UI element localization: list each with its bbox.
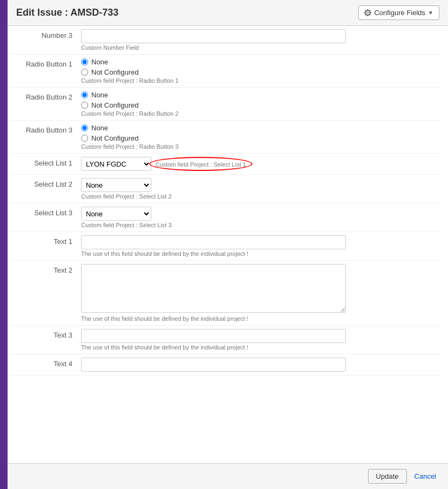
text2-hint: The use of this field should be defined … xyxy=(81,315,432,322)
radio3-hint: Custom field Project : Radio Button 3 xyxy=(81,143,432,150)
text2-label: Text 2 xyxy=(16,264,81,274)
radio1-label: Radio Button 1 xyxy=(16,58,81,68)
select3-hint: Custom field Project : Select List 3 xyxy=(81,222,432,228)
radio1-none-input[interactable] xyxy=(81,58,88,65)
select1-label: Select List 1 xyxy=(16,157,81,167)
modal-dialog: Edit Issue : AMSD-733 Configure Fields ▼… xyxy=(8,0,448,489)
radio2-option-notconfigured[interactable]: Not Configured xyxy=(81,101,432,109)
configure-fields-button[interactable]: Configure Fields ▼ xyxy=(358,5,439,20)
text4-label: Text 4 xyxy=(16,358,81,368)
text1-row: Text 1 The use of this field should be d… xyxy=(8,232,440,261)
radio1-option-notconfigured[interactable]: Not Configured xyxy=(81,68,432,76)
radio2-hint: Custom field Project : Radio Button 2 xyxy=(81,110,432,117)
number3-content: Custom Number Field xyxy=(81,29,432,51)
select1-input[interactable]: LYON FGDC None xyxy=(81,157,151,171)
select1-content: LYON FGDC None Custom field Project : Se… xyxy=(81,157,432,171)
select2-label: Select List 2 xyxy=(16,178,81,188)
select2-content: None Custom field Project : Select List … xyxy=(81,178,432,200)
radio2-row: Radio Button 2 None Not Configured Custo… xyxy=(8,88,440,121)
select3-content: None Custom field Project : Select List … xyxy=(81,207,432,228)
number3-hint: Custom Number Field xyxy=(81,44,432,51)
text4-input[interactable] xyxy=(81,358,346,372)
radio3-group: None Not Configured xyxy=(81,124,432,142)
text1-hint: The use of this field should be defined … xyxy=(81,250,432,257)
radio1-content: None Not Configured Custom field Project… xyxy=(81,58,432,84)
text4-row: Text 4 xyxy=(8,354,440,375)
radio1-hint: Custom field Project : Radio Button 1 xyxy=(81,77,432,84)
text1-input[interactable] xyxy=(81,235,346,249)
radio2-option-none[interactable]: None xyxy=(81,91,432,99)
text3-row: Text 3 The use of this field should be d… xyxy=(8,326,440,354)
text3-hint: The use of this field should be defined … xyxy=(81,344,432,351)
select2-row: Select List 2 None Custom field Project … xyxy=(8,175,440,203)
text3-content: The use of this field should be defined … xyxy=(81,329,432,351)
radio3-label: Radio Button 3 xyxy=(16,124,81,134)
text1-content: The use of this field should be defined … xyxy=(81,235,432,257)
text1-label: Text 1 xyxy=(16,235,81,246)
text2-content: The use of this field should be defined … xyxy=(81,264,432,322)
gear-icon xyxy=(364,9,371,16)
select3-input[interactable]: None xyxy=(81,207,151,221)
radio2-content: None Not Configured Custom field Project… xyxy=(81,91,432,117)
select1-hint: Custom field Project : Select List 1 xyxy=(153,160,249,169)
radio1-row: Radio Button 1 None Not Configured Custo… xyxy=(8,55,440,88)
modal-footer: Update Cancel xyxy=(8,463,448,489)
configure-fields-label: Configure Fields xyxy=(374,9,425,17)
radio1-notconfigured-input[interactable] xyxy=(81,69,88,76)
select3-row: Select List 3 None Custom field Project … xyxy=(8,203,440,232)
select3-label: Select List 3 xyxy=(16,207,81,217)
select1-row: Select List 1 LYON FGDC None Custom fiel… xyxy=(8,154,440,175)
cancel-button[interactable]: Cancel xyxy=(411,470,439,483)
radio3-notconfigured-input[interactable] xyxy=(81,135,88,142)
caret-down-icon: ▼ xyxy=(428,10,433,16)
select2-input[interactable]: None xyxy=(81,178,151,192)
modal-body: Number 3 Custom Number Field Radio Butto… xyxy=(8,26,448,463)
radio1-option-none[interactable]: None xyxy=(81,58,432,66)
text2-input[interactable] xyxy=(81,264,346,313)
form-table: Number 3 Custom Number Field Radio Butto… xyxy=(8,26,448,375)
update-button[interactable]: Update xyxy=(368,469,407,484)
number3-row: Number 3 Custom Number Field xyxy=(8,26,440,55)
radio3-option-none[interactable]: None xyxy=(81,124,432,132)
select2-hint: Custom field Project : Select List 2 xyxy=(81,193,432,200)
radio3-none-input[interactable] xyxy=(81,124,88,131)
radio2-none-input[interactable] xyxy=(81,91,88,98)
radio3-row: Radio Button 3 None Not Configured Custo… xyxy=(8,121,440,154)
number3-label: Number 3 xyxy=(16,29,81,39)
radio3-option-notconfigured[interactable]: Not Configured xyxy=(81,134,432,142)
text2-row: Text 2 The use of this field should be d… xyxy=(8,261,440,326)
radio2-label: Radio Button 2 xyxy=(16,91,81,101)
radio1-group: None Not Configured xyxy=(81,58,432,76)
number3-input[interactable] xyxy=(81,29,346,43)
text4-content xyxy=(81,358,432,372)
modal-header: Edit Issue : AMSD-733 Configure Fields ▼ xyxy=(8,0,448,26)
text3-input[interactable] xyxy=(81,329,346,343)
radio3-content: None Not Configured Custom field Project… xyxy=(81,124,432,150)
modal-title: Edit Issue : AMSD-733 xyxy=(16,7,118,18)
radio2-group: None Not Configured xyxy=(81,91,432,109)
text3-label: Text 3 xyxy=(16,329,81,339)
radio2-notconfigured-input[interactable] xyxy=(81,102,88,109)
